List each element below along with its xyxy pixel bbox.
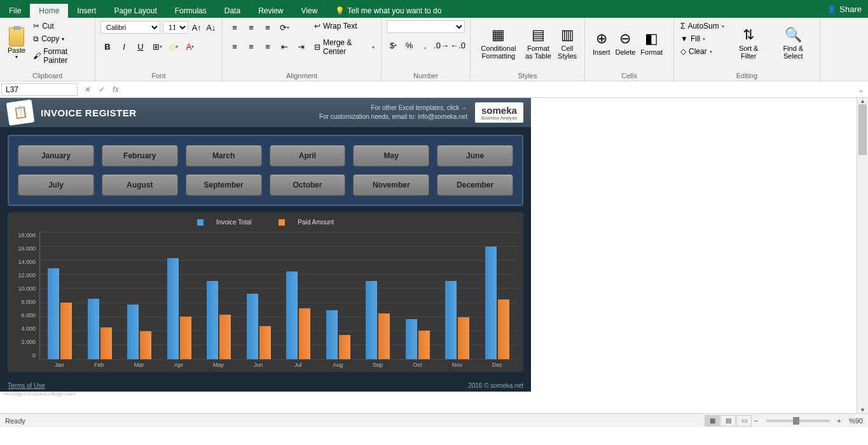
align-right-button[interactable]: ≡ <box>261 39 275 53</box>
autosum-button[interactable]: ΣAutoSum <box>679 20 726 32</box>
decrease-font-button[interactable]: A↓ <box>205 20 217 34</box>
status-bar: Ready ▦ ▤ ▭ − + %90 <box>0 413 868 427</box>
decrease-indent-button[interactable]: ⇤ <box>277 39 291 53</box>
fx-button[interactable]: fx <box>109 85 122 94</box>
clear-button[interactable]: ◇Clear <box>679 46 726 57</box>
tab-page-layout[interactable]: Page Layout <box>105 4 165 18</box>
wrap-text-button[interactable]: ↩Wrap Text <box>313 20 376 32</box>
scroll-down-arrow[interactable]: ▼ <box>857 407 868 413</box>
format-cells-button[interactable]: ◧Format <box>638 20 665 66</box>
month-button-june[interactable]: June <box>437 145 513 167</box>
tab-home[interactable]: Home <box>30 4 68 18</box>
x-label-jun: Jun <box>238 359 279 368</box>
underline-button[interactable]: U <box>134 39 148 53</box>
increase-font-button[interactable]: A↑ <box>191 20 202 34</box>
increase-decimal-button[interactable]: .0→ <box>434 38 448 52</box>
format-painter-button[interactable]: 🖌Format Painter <box>32 46 90 66</box>
chart-grid <box>39 232 517 359</box>
accounting-format-button[interactable]: $ <box>387 38 400 52</box>
fill-button[interactable]: ▼Fill <box>679 33 726 44</box>
month-button-january[interactable]: January <box>18 145 94 167</box>
bar-invoice-total-may <box>207 281 218 359</box>
orientation-button[interactable]: ⟳ <box>277 20 291 34</box>
formula-input[interactable] <box>125 84 854 95</box>
fill-color-button[interactable]: ◇ <box>167 39 181 53</box>
worksheet-area[interactable]: 📋 INVOICE REGISTER For other Excel templ… <box>0 98 868 413</box>
insert-cells-button[interactable]: ⊕Insert <box>590 20 613 66</box>
font-color-button[interactable]: A <box>183 39 197 53</box>
paste-button[interactable]: Paste▾ <box>5 20 28 66</box>
bar-group-apr <box>160 232 200 359</box>
sort-filter-button[interactable]: ⇅Sort & Filter <box>729 20 768 66</box>
bar-group-jan <box>40 232 80 359</box>
find-select-button[interactable]: 🔍Find & Select <box>772 20 815 66</box>
tab-view[interactable]: View <box>293 4 327 18</box>
month-button-february[interactable]: February <box>102 145 178 167</box>
delete-cells-button[interactable]: ⊖Delete <box>613 20 638 66</box>
increase-indent-button[interactable]: ⇥ <box>294 39 308 53</box>
bar-group-aug <box>319 232 359 359</box>
page-break-view-button[interactable]: ▭ <box>736 415 752 427</box>
vertical-scrollbar[interactable]: ▲ ▼ <box>857 98 868 413</box>
tab-review[interactable]: Review <box>249 4 292 18</box>
align-bottom-button[interactable]: ≡ <box>261 20 275 34</box>
border-button[interactable]: ⊞ <box>150 39 164 53</box>
cut-button[interactable]: ✂Cut <box>32 20 90 32</box>
font-size-select[interactable]: 11 <box>163 21 188 34</box>
tab-formulas[interactable]: Formulas <box>166 4 216 18</box>
number-format-select[interactable] <box>387 20 465 33</box>
name-box[interactable] <box>1 83 78 96</box>
month-button-may[interactable]: May <box>353 145 429 167</box>
tell-me-box[interactable]: 💡 Tell me what you want to do <box>326 4 450 18</box>
month-button-august[interactable]: August <box>102 174 178 196</box>
bar-invoice-total-nov <box>445 281 457 359</box>
align-left-button[interactable]: ≡ <box>228 39 242 53</box>
bar-paid-amount-feb <box>100 327 112 359</box>
bar-invoice-total-apr <box>167 258 179 359</box>
month-button-october[interactable]: October <box>270 174 346 196</box>
conditional-formatting-button[interactable]: ▦Conditional Formatting <box>476 20 521 66</box>
table-icon: ▤ <box>532 27 545 43</box>
align-middle-button[interactable]: ≡ <box>244 20 258 34</box>
enter-formula-button[interactable]: ✓ <box>95 85 108 94</box>
normal-view-button[interactable]: ▦ <box>705 415 720 427</box>
terms-link[interactable]: Terms of Use <box>8 382 45 389</box>
font-name-select[interactable]: Calibri <box>100 21 160 34</box>
cancel-formula-button[interactable]: ✕ <box>81 85 94 94</box>
bold-button[interactable]: B <box>100 39 114 53</box>
expand-formula-bar[interactable]: ⌄ <box>854 85 868 94</box>
share-button[interactable]: Share <box>827 4 862 14</box>
tab-file[interactable]: File <box>0 4 30 18</box>
styles-icon: ▥ <box>561 27 574 43</box>
month-button-april[interactable]: April <box>270 145 346 167</box>
merge-center-button[interactable]: ⊟Merge & Center <box>313 37 376 57</box>
bar-group-may <box>199 232 239 359</box>
watermark-text: heritagechristiancollege.com <box>3 390 76 397</box>
tab-data[interactable]: Data <box>216 4 249 18</box>
month-button-september[interactable]: September <box>186 174 262 196</box>
percent-format-button[interactable]: % <box>403 38 416 52</box>
page-layout-view-button[interactable]: ▤ <box>720 415 736 427</box>
month-button-november[interactable]: November <box>353 174 429 196</box>
copy-button[interactable]: ⧉Copy▾ <box>32 33 90 44</box>
scroll-up-arrow[interactable]: ▲ <box>857 98 868 104</box>
zoom-slider[interactable] <box>766 420 830 422</box>
cell-styles-button[interactable]: ▥Cell Styles <box>555 20 579 66</box>
format-as-table-button[interactable]: ▤Format as Table <box>521 20 555 66</box>
month-button-july[interactable]: July <box>18 174 94 196</box>
scroll-thumb[interactable] <box>858 104 867 155</box>
zoom-out-button[interactable]: − <box>752 417 761 425</box>
italic-button[interactable]: I <box>117 39 131 53</box>
align-center-button[interactable]: ≡ <box>244 39 258 53</box>
eraser-icon: ◇ <box>680 47 686 56</box>
zoom-level[interactable]: %90 <box>849 417 863 425</box>
month-button-december[interactable]: December <box>437 174 513 196</box>
brush-icon: 🖌 <box>33 51 41 60</box>
bar-group-mar <box>120 232 160 359</box>
zoom-in-button[interactable]: + <box>835 417 844 425</box>
tab-insert[interactable]: Insert <box>68 4 105 18</box>
decrease-decimal-button[interactable]: ←.0 <box>451 38 465 52</box>
comma-format-button[interactable]: , <box>418 38 432 52</box>
month-button-march[interactable]: March <box>186 145 262 167</box>
align-top-button[interactable]: ≡ <box>228 20 242 34</box>
